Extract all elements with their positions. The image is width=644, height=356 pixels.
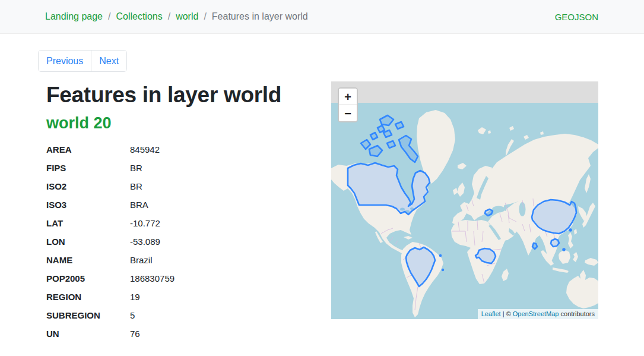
black-sea (492, 206, 505, 213)
zoom-out-button[interactable]: − (339, 105, 357, 121)
breadcrumb-separator: / (204, 11, 206, 22)
property-value: 76 (130, 325, 175, 343)
breadcrumb-landing-page[interactable]: Landing page (45, 11, 103, 22)
property-key: POP2005 (46, 269, 130, 288)
property-value: 845942 (130, 140, 175, 159)
geojson-format-link[interactable]: GEOJSON (555, 12, 598, 22)
breadcrumb-separator: / (108, 11, 110, 22)
table-row: SUBREGION5 (46, 306, 175, 325)
breadcrumb-bar: Landing page / Collections / world / Fea… (0, 0, 644, 34)
property-key: ISO2 (46, 177, 130, 196)
property-value: 19 (130, 288, 175, 306)
no-tile-band (331, 81, 598, 103)
feature-id-heading: world 20 (46, 114, 331, 133)
main-content: Previous Next Features in layer world wo… (0, 34, 644, 343)
map-zoom-control: + − (338, 87, 358, 122)
table-row: ISO3BRA (46, 196, 175, 214)
openstreetmap-link[interactable]: OpenStreetMap (513, 310, 559, 317)
world-map-svg (331, 81, 598, 319)
property-key: UN (46, 325, 130, 343)
table-row: LON-53.089 (46, 232, 175, 251)
feature-small-island[interactable] (440, 255, 442, 257)
breadcrumb-world[interactable]: world (176, 11, 198, 22)
property-value: BR (130, 177, 175, 196)
table-row: POP2005186830759 (46, 269, 175, 288)
property-value: BR (130, 159, 175, 177)
breadcrumb: Landing page / Collections / world / Fea… (45, 11, 308, 22)
attribution-suffix: contributors (559, 310, 595, 317)
feature-details: Features in layer world world 20 AREA845… (38, 81, 331, 343)
feature-sri-lanka[interactable] (532, 243, 537, 249)
property-key: SUBREGION (46, 306, 130, 325)
property-value: 5 (130, 306, 175, 325)
property-key: LAT (46, 214, 130, 232)
property-key: LON (46, 232, 130, 251)
property-key: AREA (46, 140, 130, 159)
table-row: UN76 (46, 325, 175, 343)
attribution-divider: | © (501, 310, 513, 317)
leaflet-link[interactable]: Leaflet (481, 310, 501, 317)
caspian-sea (519, 202, 526, 216)
previous-button[interactable]: Previous (39, 51, 91, 71)
property-value: -10.772 (130, 214, 175, 232)
properties-table: AREA845942 FIPSBR ISO2BR ISO3BRA LAT-10.… (46, 140, 175, 343)
zoom-in-button[interactable]: + (339, 89, 357, 105)
feature-cambodia[interactable] (551, 239, 559, 247)
breadcrumb-current-page: Features in layer world (212, 11, 308, 22)
feature-small-island[interactable] (442, 269, 444, 271)
table-row: ISO2BR (46, 177, 175, 196)
map-attribution: Leaflet | © OpenStreetMap contributors (478, 309, 598, 319)
property-key: REGION (46, 288, 130, 306)
property-value: BRA (130, 196, 175, 214)
property-value: -53.089 (130, 232, 175, 251)
property-value: 186830759 (130, 269, 175, 288)
table-row: REGION19 (46, 288, 175, 306)
breadcrumb-separator: / (168, 11, 170, 22)
leaflet-map[interactable]: + − Leaflet | © OpenStreetMap contributo… (331, 81, 598, 319)
feature-small-island[interactable] (569, 229, 572, 231)
breadcrumb-collections[interactable]: Collections (116, 11, 162, 22)
property-key: ISO3 (46, 196, 130, 214)
property-value: Brazil (130, 251, 175, 269)
feature-small-island[interactable] (563, 248, 565, 251)
pagination: Previous Next (38, 50, 127, 72)
table-row: NAMEBrazil (46, 251, 175, 269)
table-row: FIPSBR (46, 159, 175, 177)
next-button[interactable]: Next (91, 51, 126, 71)
feature-bulgaria[interactable] (485, 209, 493, 216)
property-key: NAME (46, 251, 130, 269)
table-row: AREA845942 (46, 140, 175, 159)
property-key: FIPS (46, 159, 130, 177)
page-title: Features in layer world (46, 83, 331, 108)
table-row: LAT-10.772 (46, 214, 175, 232)
